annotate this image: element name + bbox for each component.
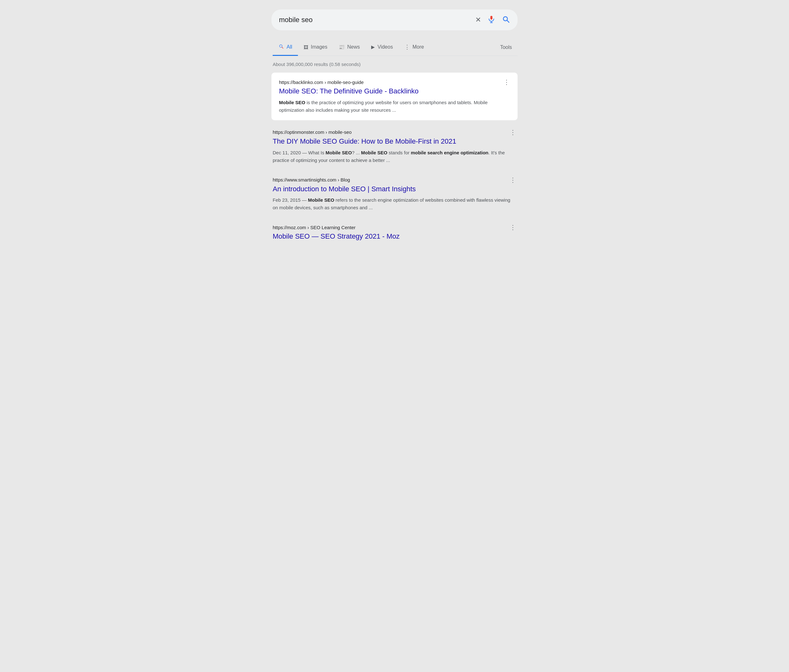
result-2-title[interactable]: The DIY Mobile SEO Guide: How to Be Mobi…: [273, 137, 516, 147]
mic-icon[interactable]: [487, 15, 495, 25]
result-4-title[interactable]: Mobile SEO — SEO Strategy 2021 - Moz: [273, 232, 516, 241]
nav-tabs: All 🖼 Images 📰 News ▶ Videos ⋮ More Tool…: [272, 39, 517, 56]
tab-videos[interactable]: ▶ Videos: [366, 40, 399, 55]
images-icon: 🖼: [303, 45, 308, 50]
tab-more[interactable]: ⋮ More: [399, 39, 430, 56]
result-3-snippet: Feb 23, 2015 — Mobile SEO refers to the …: [273, 196, 516, 211]
tab-videos-label: Videos: [377, 44, 393, 50]
result-item-4: https://moz.com › SEO Learning Center ⋮ …: [272, 219, 517, 244]
result-1-snippet: Mobile SEO is the practice of optimizing…: [279, 99, 510, 114]
clear-icon[interactable]: ✕: [475, 16, 481, 24]
result-item-2: https://optinmonster.com › mobile-seo ⋮ …: [272, 123, 517, 170]
result-1-url-row: https://backlinko.com › mobile-seo-guide…: [279, 79, 510, 85]
result-4-options-icon[interactable]: ⋮: [510, 224, 516, 230]
result-3-options-icon[interactable]: ⋮: [510, 177, 516, 183]
tab-news-label: News: [347, 44, 360, 50]
search-submit-svg: [502, 15, 510, 23]
mic-svg: [487, 15, 495, 23]
news-icon: 📰: [339, 44, 345, 50]
result-3-url: https://www.smartinsights.com › Blog: [273, 177, 350, 182]
result-item-3: https://www.smartinsights.com › Blog ⋮ A…: [272, 171, 517, 217]
result-3-url-row: https://www.smartinsights.com › Blog ⋮: [273, 177, 516, 183]
search-input[interactable]: [279, 16, 471, 24]
tab-images[interactable]: 🖼 Images: [298, 40, 333, 55]
tab-news[interactable]: 📰 News: [333, 40, 366, 55]
result-4-url: https://moz.com › SEO Learning Center: [273, 225, 356, 230]
tab-images-label: Images: [311, 44, 327, 50]
result-4-url-row: https://moz.com › SEO Learning Center ⋮: [273, 224, 516, 230]
tools-button[interactable]: Tools: [495, 40, 517, 54]
result-2-snippet: Dec 11, 2020 — What Is Mobile SEO? ... M…: [273, 149, 516, 164]
result-2-url: https://optinmonster.com › mobile-seo: [273, 129, 351, 135]
result-3-title[interactable]: An introduction to Mobile SEO | Smart In…: [273, 184, 516, 194]
result-2-options-icon[interactable]: ⋮: [510, 129, 516, 136]
tab-all-label: All: [287, 44, 292, 50]
search-bar-icons: ✕: [475, 15, 510, 25]
more-dots-icon: ⋮: [404, 43, 410, 51]
search-submit-icon[interactable]: [502, 15, 510, 25]
videos-icon: ▶: [371, 44, 375, 50]
tab-all[interactable]: All: [273, 39, 298, 56]
search-bar: ✕: [272, 10, 517, 30]
all-search-icon: [278, 43, 284, 51]
svg-line-6: [282, 47, 283, 48]
svg-line-4: [507, 21, 509, 22]
result-card-1: https://backlinko.com › mobile-seo-guide…: [272, 73, 517, 120]
results-count: About 396,000,000 results (0.58 seconds): [272, 62, 517, 67]
result-1-title[interactable]: Mobile SEO: The Definitive Guide - Backl…: [279, 86, 510, 96]
result-1-url: https://backlinko.com › mobile-seo-guide: [279, 80, 364, 85]
page-wrapper: ✕: [272, 10, 517, 244]
tab-more-label: More: [412, 44, 424, 50]
result-1-options-icon[interactable]: ⋮: [503, 79, 510, 85]
result-2-url-row: https://optinmonster.com › mobile-seo ⋮: [273, 129, 516, 136]
svg-rect-0: [490, 16, 493, 19]
